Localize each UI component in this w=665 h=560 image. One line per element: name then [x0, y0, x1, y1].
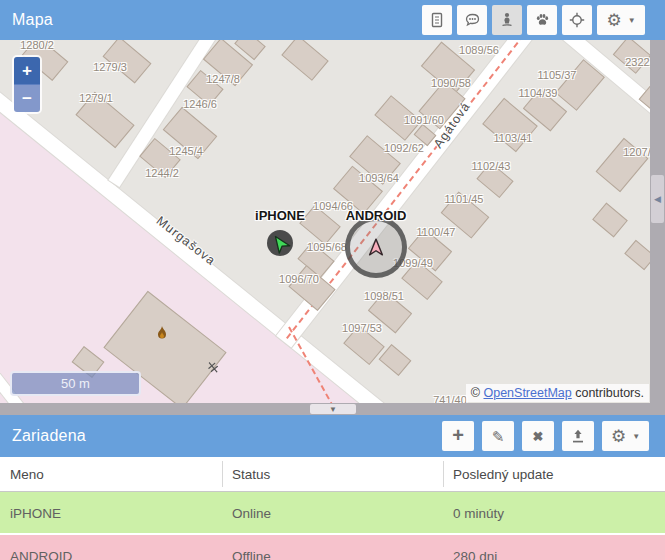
- house-number-label: 1247/8: [206, 73, 240, 85]
- device-heading-arrow-icon: [267, 230, 292, 255]
- house-number-label: 1097/53: [342, 322, 382, 334]
- house-number-label: 1101/45: [445, 193, 484, 205]
- map-building: [592, 203, 628, 238]
- messages-button[interactable]: [457, 5, 487, 35]
- house-number-label: 1096/70: [279, 273, 319, 285]
- file-icon: [429, 12, 445, 28]
- chat-icon: [464, 12, 481, 28]
- plus-icon: +: [452, 425, 464, 445]
- upload-button[interactable]: [562, 421, 594, 451]
- house-number-label: 1207/3: [623, 146, 650, 158]
- openstreetmap-link[interactable]: OpenStreetMap: [483, 386, 571, 400]
- report-button[interactable]: [422, 5, 452, 35]
- target-icon: [569, 12, 585, 28]
- house-number-label: 1090/58: [431, 77, 471, 89]
- last-update-cell: 0 minúty: [453, 505, 504, 520]
- house-number-label: 1092/62: [384, 142, 424, 154]
- bottom-splitter-collapse-handle[interactable]: ▼: [310, 404, 356, 414]
- map-building: [624, 240, 650, 271]
- table-row-iphone[interactable]: iPHONEOnline0 minúty: [0, 492, 665, 533]
- house-number-label: 1279/3: [93, 61, 127, 73]
- street-view-icon: [499, 12, 515, 28]
- add-button[interactable]: +: [442, 421, 474, 451]
- house-number-label: 1280/2: [20, 40, 54, 51]
- house-number-label: 1244/2: [145, 167, 179, 179]
- locate-button[interactable]: [562, 5, 592, 35]
- house-number-label: 1104/39: [519, 87, 558, 99]
- column-header-meno[interactable]: Meno: [10, 467, 44, 482]
- zoom-out-button[interactable]: −: [14, 85, 40, 112]
- status-cell: Online: [232, 505, 271, 520]
- house-number-label: 741/40: [433, 394, 467, 403]
- device-position-circle: [267, 230, 293, 256]
- map-zoom-control: + −: [12, 55, 42, 114]
- last-update-cell: 280 dni: [453, 548, 497, 560]
- upload-icon: [570, 428, 586, 444]
- right-splitter-collapse-handle[interactable]: ◀: [651, 175, 664, 223]
- fire-station-icon: [156, 326, 169, 346]
- devices-panel-title: Zariadena: [12, 427, 86, 445]
- devices-table-header: Meno Status Posledný update: [0, 457, 665, 492]
- collapse-down-icon: ▼: [329, 405, 337, 414]
- device-name-cell: iPHONE: [10, 505, 61, 520]
- map-building: [379, 344, 412, 376]
- settings-button[interactable]: ⚙▼: [602, 421, 649, 451]
- zoom-in-button[interactable]: +: [14, 57, 40, 85]
- gear-icon: ⚙: [606, 12, 621, 29]
- column-separator: [443, 461, 444, 487]
- house-number-label: 1245/4: [169, 145, 203, 157]
- edit-button[interactable]: ✎: [482, 421, 514, 451]
- map-panel-title: Mapa: [12, 11, 53, 29]
- house-number-label: 1105/37: [538, 69, 577, 81]
- device-marker-label: iPHONE: [255, 208, 305, 223]
- house-number-label: 1100/47: [417, 226, 456, 238]
- house-number-label: 1089/56: [459, 44, 499, 56]
- house-number-label: 2322/4: [625, 56, 650, 68]
- settings-button[interactable]: ⚙▼: [597, 5, 645, 35]
- house-number-label: 1091/60: [404, 114, 444, 126]
- map-attribution: © OpenStreetMap contributors.: [466, 384, 649, 402]
- device-marker-android[interactable]: [345, 216, 407, 278]
- table-row-android[interactable]: ANDROIDOffline280 dni: [0, 535, 665, 560]
- column-separator: [222, 461, 223, 487]
- delete-button[interactable]: ✖: [522, 421, 554, 451]
- bottom-splitter[interactable]: ▼: [0, 403, 665, 415]
- paw-icon: [534, 12, 551, 28]
- collapse-left-icon: ◀: [654, 194, 661, 204]
- devices-toolbar: +✎✖⚙▼: [442, 421, 649, 451]
- chevron-down-icon: ▼: [628, 16, 636, 25]
- house-number-label: 1098/51: [364, 290, 404, 302]
- house-number-label: 1279/1: [79, 92, 113, 104]
- gear-icon: ⚙: [611, 428, 626, 445]
- house-number-label: 1246/6: [183, 98, 217, 110]
- column-header-status[interactable]: Status: [232, 467, 270, 482]
- house-number-label: 1093/64: [359, 172, 399, 184]
- house-number-label: 1102/43: [472, 160, 511, 172]
- device-marker-iphone[interactable]: [267, 230, 293, 256]
- street-view-button[interactable]: [492, 5, 522, 35]
- devices-panel-header: Zariadena +✎✖⚙▼: [0, 415, 665, 457]
- house-number-label: 1095/68: [307, 241, 347, 253]
- column-header-posledny-update[interactable]: Posledný update: [453, 467, 554, 482]
- map-canvas[interactable]: 1280/21279/31247/81279/11246/61245/41244…: [0, 40, 650, 403]
- device-accuracy-circle: [345, 216, 407, 278]
- device-name-cell: ANDROID: [10, 548, 72, 560]
- device-heading-arrow-icon: [367, 238, 385, 256]
- map-building: [281, 40, 328, 81]
- device-marker-label: ANDROID: [346, 208, 407, 223]
- scale-label: 50 m: [61, 376, 90, 391]
- attribution-suffix: contributors.: [572, 386, 644, 400]
- house-number-label: 1103/41: [494, 132, 533, 144]
- x-icon: ✖: [533, 430, 544, 443]
- right-splitter[interactable]: ◀: [650, 40, 665, 403]
- map-toolbar: ⚙▼: [422, 5, 645, 35]
- status-cell: Offline: [232, 548, 271, 560]
- map-scale-bar: 50 m: [10, 371, 141, 396]
- chevron-down-icon: ▼: [632, 432, 640, 441]
- attribution-copyright: ©: [471, 386, 484, 400]
- pets-button[interactable]: [527, 5, 557, 35]
- map-panel-header: Mapa ⚙▼: [0, 0, 665, 40]
- pencil-icon: ✎: [492, 429, 505, 444]
